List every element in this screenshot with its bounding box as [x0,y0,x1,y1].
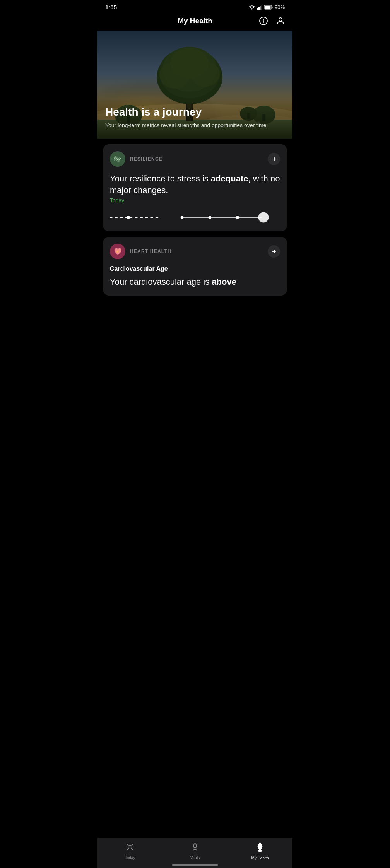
timeline-svg [110,211,280,224]
status-bar: 1:05 90% [98,0,292,13]
svg-text:⚡: ⚡ [116,250,119,253]
svg-point-40 [236,216,239,219]
heart-health-label: HEART HEALTH [130,249,171,254]
profile-icon [276,16,285,26]
heart-body-text: Your cardiovascular age is above [110,276,280,288]
svg-rect-3 [261,5,262,10]
resilience-date: Today [110,197,280,203]
svg-rect-0 [257,8,258,10]
heart-health-icon: ⚡ [110,244,125,259]
svg-rect-5 [272,6,272,8]
hero-image: Health is a journey Your long-term metri… [98,31,292,139]
status-time: 1:05 [105,4,117,10]
svg-point-10 [279,18,282,21]
svg-rect-1 [258,7,260,10]
svg-point-36 [181,216,184,219]
hero-subtitle: Your long-term metrics reveal strengths … [105,121,285,130]
heart-health-card-header: ⚡ HEART HEALTH [110,244,280,259]
svg-rect-6 [265,6,270,9]
header-title: My Health [178,17,212,25]
heart-health-card: ⚡ HEART HEALTH Cardiovascular Age Your c… [103,237,287,296]
profile-button[interactable] [275,15,286,27]
resilience-icon [110,151,125,167]
info-icon [259,16,268,26]
battery-icon [264,5,273,10]
header-actions [258,15,286,27]
resilience-card-header: RESILIENCE [110,151,280,167]
resilience-label: RESILIENCE [130,156,162,162]
resilience-arrow-button[interactable] [268,153,280,165]
svg-point-32 [170,48,209,79]
wifi-icon [249,5,255,10]
resilience-body-text: Your resilience to stress is adequate, w… [110,173,280,196]
svg-point-38 [208,216,211,219]
heart-section-title: Cardiovascular Age [110,265,280,272]
resilience-timeline [110,211,280,224]
resilience-card: RESILIENCE Your resilience to stress is … [103,144,287,231]
battery-percentage: 90% [275,4,285,10]
svg-point-42 [258,212,269,223]
svg-point-34 [127,216,130,219]
app-header: My Health [98,13,292,31]
signal-icon [257,5,262,10]
heart-health-arrow-button[interactable] [268,245,280,258]
hero-text-overlay: Health is a journey Your long-term metri… [98,98,292,139]
status-icons: 90% [249,4,285,10]
info-button[interactable] [258,15,269,27]
svg-rect-2 [260,6,261,10]
cards-container: RESILIENCE Your resilience to stress is … [98,139,292,296]
hero-title: Health is a journey [105,106,285,118]
